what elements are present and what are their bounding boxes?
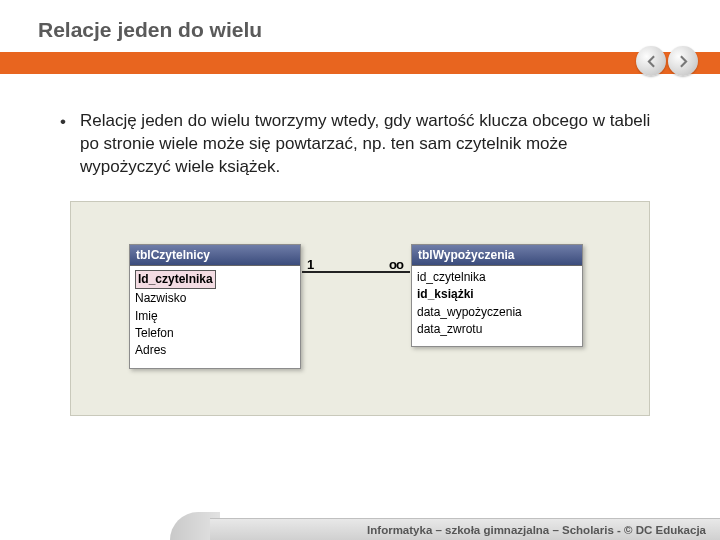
field: Telefon (135, 325, 295, 342)
chevron-left-icon (645, 55, 658, 68)
next-button[interactable] (668, 46, 698, 76)
table-wypozyczenia: tblWypożyczenia id_czytelnika id_książki… (411, 244, 583, 348)
bullet-item: • Relację jeden do wielu tworzymy wtedy,… (60, 110, 660, 179)
accent-bar (0, 52, 720, 74)
field: id_książki (417, 286, 577, 303)
table-czytelnicy: tblCzytelnicy Id_czytelnika Nazwisko Imi… (129, 244, 301, 369)
cardinality-one: 1 (307, 257, 314, 272)
cardinality-many: oo (389, 257, 403, 272)
table-body: id_czytelnika id_książki data_wypożyczen… (412, 266, 582, 347)
header: Relacje jeden do wielu (0, 0, 720, 42)
prev-button[interactable] (636, 46, 666, 76)
table-header: tblWypożyczenia (412, 245, 582, 266)
footer: Informatyka – szkoła gimnazjalna – Schol… (0, 508, 720, 540)
field: id_czytelnika (417, 269, 577, 286)
footer-text: Informatyka – szkoła gimnazjalna – Schol… (367, 524, 706, 536)
content-area: • Relację jeden do wielu tworzymy wtedy,… (0, 74, 720, 416)
field: Nazwisko (135, 290, 295, 307)
table-header: tblCzytelnicy (130, 245, 300, 266)
bullet-marker: • (60, 111, 66, 179)
field: Adres (135, 342, 295, 359)
nav-controls (636, 46, 698, 76)
field: data_wypożyczenia (417, 304, 577, 321)
chevron-right-icon (677, 55, 690, 68)
slide-title: Relacje jeden do wielu (38, 18, 720, 42)
diagram-panel: tblCzytelnicy Id_czytelnika Nazwisko Imi… (70, 201, 650, 416)
table-body: Id_czytelnika Nazwisko Imię Telefon Adre… (130, 266, 300, 368)
field: Imię (135, 308, 295, 325)
field-pk: Id_czytelnika (135, 270, 216, 289)
field: data_zwrotu (417, 321, 577, 338)
bullet-text: Relację jeden do wielu tworzymy wtedy, g… (80, 110, 660, 179)
footer-bar: Informatyka – szkoła gimnazjalna – Schol… (210, 518, 720, 540)
